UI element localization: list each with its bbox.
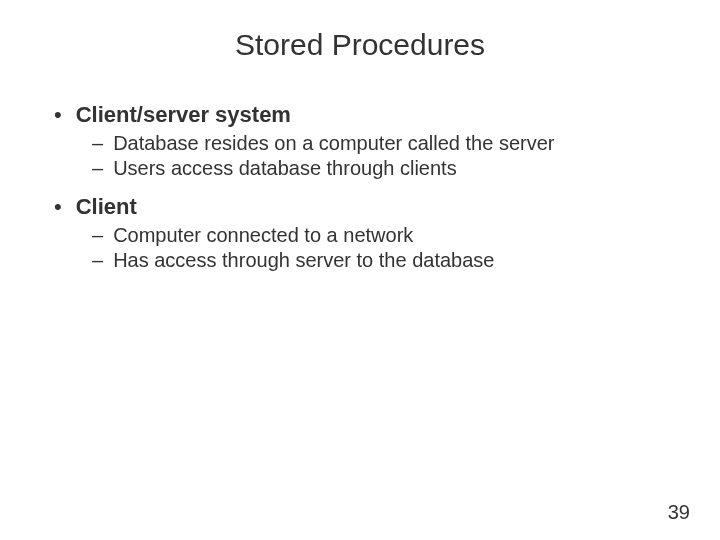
bullet-dot-icon: •: [54, 104, 62, 126]
bullet-level1: • Client: [54, 194, 680, 220]
bullet-level2: – Has access through server to the datab…: [92, 249, 680, 272]
dash-icon: –: [92, 132, 103, 155]
bullet-child-text: Has access through server to the databas…: [113, 249, 494, 272]
bullet-label: Client/server system: [76, 102, 291, 128]
bullet-child-text: Computer connected to a network: [113, 224, 413, 247]
bullet-child-text: Users access database through clients: [113, 157, 457, 180]
bullet-level2: – Computer connected to a network: [92, 224, 680, 247]
bullet-dot-icon: •: [54, 196, 62, 218]
slide-body: • Client/server system – Database reside…: [0, 62, 720, 272]
bullet-child-text: Database resides on a computer called th…: [113, 132, 554, 155]
slide: Stored Procedures • Client/server system…: [0, 0, 720, 540]
page-number: 39: [668, 501, 690, 524]
bullet-level2: – Database resides on a computer called …: [92, 132, 680, 155]
bullet-label: Client: [76, 194, 137, 220]
slide-title: Stored Procedures: [0, 0, 720, 62]
bullet-level1: • Client/server system: [54, 102, 680, 128]
dash-icon: –: [92, 249, 103, 272]
bullet-children: – Database resides on a computer called …: [54, 132, 680, 180]
bullet-children: – Computer connected to a network – Has …: [54, 224, 680, 272]
dash-icon: –: [92, 157, 103, 180]
bullet-level2: – Users access database through clients: [92, 157, 680, 180]
dash-icon: –: [92, 224, 103, 247]
